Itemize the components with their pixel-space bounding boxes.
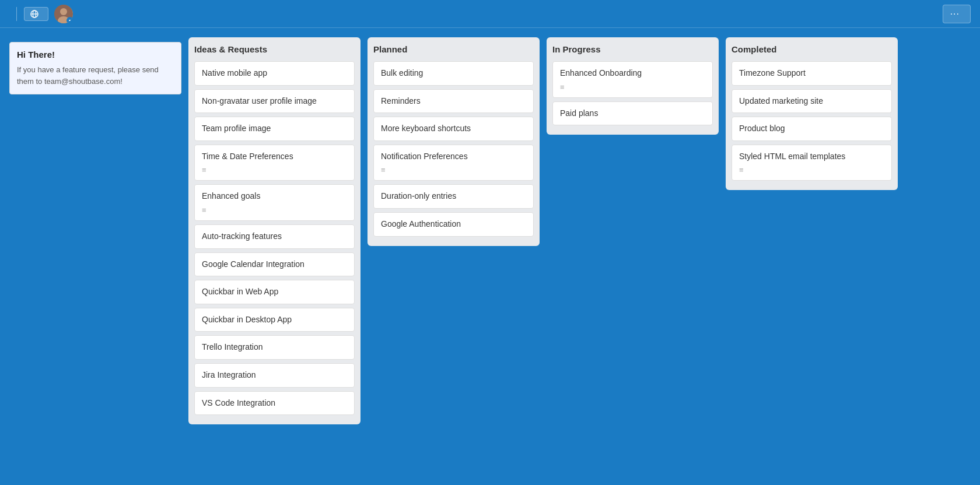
lines-icon: ≡: [381, 166, 526, 174]
card[interactable]: Time & Date Preferences≡: [194, 145, 355, 181]
card[interactable]: Notification Preferences≡: [373, 145, 534, 181]
card-title: Time & Date Preferences: [202, 151, 347, 163]
card-title: Product blog: [739, 123, 884, 135]
card[interactable]: Native mobile app: [194, 61, 355, 86]
board: Hi There!If you have a feature request, …: [0, 28, 980, 485]
card[interactable]: Bulk editing: [373, 61, 534, 86]
card[interactable]: Auto-tracking features: [194, 224, 355, 249]
lines-icon: ≡: [739, 166, 884, 174]
card-title: Jira Integration: [202, 370, 347, 381]
card-title: Team profile image: [202, 123, 347, 135]
card[interactable]: VS Code Integration: [194, 391, 355, 416]
card[interactable]: Enhanced goals≡: [194, 184, 355, 221]
lines-icon: ≡: [560, 83, 705, 92]
card[interactable]: Trello Integration: [194, 335, 355, 360]
card-title: Enhanced Onboarding: [560, 68, 705, 79]
card[interactable]: More keyboard shortcuts: [373, 117, 534, 141]
card[interactable]: Updated marketing site: [732, 89, 892, 114]
card[interactable]: Timezone Support: [732, 61, 892, 86]
card-title: Notification Preferences: [381, 151, 526, 163]
card-title: Bulk editing: [381, 68, 526, 79]
card-title: Google Authentication: [381, 219, 526, 230]
show-menu-button[interactable]: ···: [943, 5, 971, 23]
card[interactable]: Duration-only entries: [373, 184, 534, 209]
svg-point-4: [60, 8, 67, 15]
card-title: Enhanced goals: [202, 191, 347, 202]
header-divider: [16, 7, 17, 21]
card-title: VS Code Integration: [202, 398, 347, 409]
avatar[interactable]: [54, 5, 73, 23]
card[interactable]: Enhanced Onboarding≡: [552, 61, 713, 98]
column-hi-there: Hi There!If you have a feature request, …: [9, 37, 181, 94]
card-title: Updated marketing site: [739, 96, 884, 107]
lines-icon: ≡: [202, 166, 347, 174]
card[interactable]: Reminders: [373, 89, 534, 114]
card-title: Google Calendar Integration: [202, 259, 347, 270]
card[interactable]: Product blog: [732, 117, 892, 141]
card[interactable]: Non-gravatar user profile image: [194, 89, 355, 114]
app-header: ···: [0, 0, 980, 28]
card[interactable]: Google Calendar Integration: [194, 252, 355, 277]
welcome-text: If you have a feature request, please se…: [17, 64, 174, 87]
lines-icon: ≡: [202, 206, 347, 215]
column-planned: PlannedBulk editingRemindersMore keyboar…: [368, 37, 540, 246]
avatar-badge: [66, 17, 73, 23]
dots-icon: ···: [950, 9, 960, 19]
card-title: Quickbar in Web App: [202, 286, 347, 298]
card-title: Reminders: [381, 96, 526, 107]
globe-icon: [30, 10, 38, 18]
card[interactable]: Styled HTML email templates≡: [732, 145, 892, 181]
column-ideas-requests: Ideas & RequestsNative mobile appNon-gra…: [188, 37, 360, 424]
card[interactable]: Google Authentication: [373, 212, 534, 237]
card-title: Styled HTML email templates: [739, 151, 884, 163]
card[interactable]: Paid plans: [552, 101, 713, 126]
card-title: Trello Integration: [202, 342, 347, 353]
welcome-card: Hi There!If you have a feature request, …: [9, 42, 181, 94]
card-title: Duration-only entries: [381, 191, 526, 202]
card-title: More keyboard shortcuts: [381, 123, 526, 135]
card-title: Paid plans: [560, 108, 705, 120]
column-header-in-progress: In Progress: [552, 43, 713, 55]
column-header-planned: Planned: [373, 43, 534, 55]
column-header-ideas-requests: Ideas & Requests: [194, 43, 355, 55]
card[interactable]: Jira Integration: [194, 363, 355, 388]
column-in-progress: In ProgressEnhanced Onboarding≡Paid plan…: [547, 37, 719, 135]
column-completed: CompletedTimezone SupportUpdated marketi…: [726, 37, 898, 190]
card-title: Native mobile app: [202, 68, 347, 79]
card[interactable]: Quickbar in Desktop App: [194, 308, 355, 332]
card[interactable]: Quickbar in Web App: [194, 280, 355, 304]
card-title: Quickbar in Desktop App: [202, 314, 347, 326]
card-title: Timezone Support: [739, 68, 884, 79]
card[interactable]: Team profile image: [194, 117, 355, 141]
column-header-completed: Completed: [732, 43, 892, 55]
public-badge-button[interactable]: [24, 7, 48, 21]
card-title: Auto-tracking features: [202, 231, 347, 242]
welcome-title: Hi There!: [17, 50, 174, 59]
card-title: Non-gravatar user profile image: [202, 96, 347, 107]
